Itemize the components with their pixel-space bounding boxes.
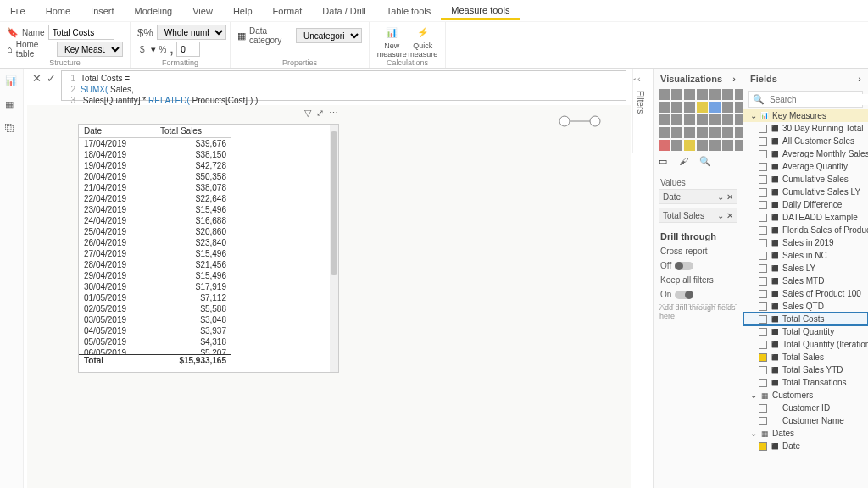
checkbox[interactable] [759, 404, 767, 413]
field-sales-in-2019[interactable]: Sales in 2019 [743, 236, 868, 249]
table-row[interactable]: 03/05/2019$3,048 [79, 314, 231, 325]
table-row[interactable]: 06/05/2019$5,207 [79, 347, 231, 354]
model-view-icon[interactable]: ⿻ [5, 123, 19, 136]
report-canvas[interactable]: ▽ ⤢ ⋯ Date Total Sales 17/04/2019$39,676… [27, 105, 631, 488]
menu-view[interactable]: View [182, 2, 223, 20]
decimals-input[interactable] [176, 42, 200, 57]
table-row[interactable]: 25/04/2019$20,860 [79, 226, 231, 237]
drill-drop-zone[interactable]: Add drill-through fields here [659, 304, 737, 319]
checkbox[interactable] [759, 315, 767, 324]
table-row[interactable]: 30/04/2019$17,919 [79, 281, 231, 292]
well-total-sales[interactable]: Total Sales⌄ ✕ [659, 208, 737, 223]
viz-type-icon[interactable] [697, 114, 708, 125]
checkbox[interactable] [759, 125, 767, 133]
home-table-select[interactable]: Key Measures [57, 42, 123, 57]
viz-type-icon[interactable] [722, 89, 733, 100]
viz-type-icon[interactable] [709, 127, 721, 138]
menu-format[interactable]: Format [263, 2, 313, 20]
table-row[interactable]: 18/04/2019$38,150 [79, 149, 231, 160]
field-dateadd-example[interactable]: DATEADD Example [743, 211, 868, 224]
checkbox[interactable] [759, 201, 767, 209]
checkbox[interactable] [759, 252, 767, 260]
field-total-quantity[interactable]: Total Quantity [743, 325, 868, 338]
table-row[interactable]: 29/04/2019$15,496 [79, 270, 231, 281]
chevron-right-icon[interactable]: › [858, 74, 861, 84]
checkbox[interactable] [759, 277, 767, 286]
checkbox[interactable] [759, 353, 767, 362]
checkbox[interactable] [759, 239, 767, 247]
viz-type-icon[interactable] [659, 89, 670, 100]
viz-type-icon[interactable] [697, 127, 708, 138]
viz-type-icon[interactable] [684, 140, 695, 151]
field-group-dates[interactable]: ⌄Dates [743, 427, 868, 440]
menu-measure-tools[interactable]: Measure tools [441, 1, 520, 20]
percent-btn[interactable]: % [159, 45, 167, 54]
checkbox[interactable] [759, 214, 767, 222]
table-row[interactable]: 01/05/2019$7,112 [79, 292, 231, 303]
checkbox[interactable] [759, 302, 767, 311]
field-sales-in-nc[interactable]: Sales in NC [743, 249, 868, 262]
field-average-monthly-sales[interactable]: Average Monthly Sales [743, 147, 868, 160]
viz-type-icon[interactable] [684, 89, 695, 100]
focus-mode-icon[interactable]: ⤢ [316, 108, 324, 119]
menu-modeling[interactable]: Modeling [125, 2, 183, 20]
filter-icon[interactable]: ▽ [304, 108, 311, 119]
fields-search[interactable]: 🔍 [748, 91, 863, 108]
checkbox[interactable] [759, 328, 767, 336]
viz-type-icon[interactable] [722, 114, 733, 125]
checkbox[interactable] [759, 226, 767, 235]
checkbox[interactable] [759, 264, 767, 273]
field-sales-of-product-100[interactable]: Sales of Product 100 [743, 287, 868, 300]
table-row[interactable]: 19/04/2019$42,728 [79, 160, 231, 171]
viz-type-icon[interactable] [684, 127, 695, 138]
checkbox[interactable] [759, 137, 767, 146]
report-view-icon[interactable]: 📊 [5, 75, 19, 89]
table-row[interactable]: 20/04/2019$50,358 [79, 171, 231, 182]
commit-formula-icon[interactable]: ✓ [47, 72, 56, 99]
field-daily-difference[interactable]: Daily Difference [743, 198, 868, 211]
field-total-transations[interactable]: Total Transations [743, 376, 868, 389]
viz-type-icon[interactable] [659, 102, 670, 113]
field-date[interactable]: Date [743, 440, 868, 452]
keep-filters-toggle[interactable]: On [654, 288, 743, 301]
viz-type-icon[interactable] [671, 89, 682, 100]
format-select[interactable]: Whole number [157, 25, 226, 40]
format-tab-icon[interactable]: 🖌 [679, 156, 693, 169]
comma-btn[interactable]: , [170, 42, 173, 56]
field-cumulative-sales-ly[interactable]: Cumulative Sales LY [743, 186, 868, 198]
viz-type-icon[interactable] [722, 140, 733, 151]
table-row[interactable]: 23/04/2019$15,496 [79, 204, 231, 215]
viz-type-icon[interactable] [659, 114, 670, 125]
checkbox[interactable] [759, 150, 767, 158]
viz-type-icon[interactable] [709, 102, 721, 113]
measure-name-input[interactable] [48, 25, 114, 40]
more-options-icon[interactable]: ⋯ [329, 108, 338, 119]
viz-type-icon[interactable] [722, 127, 733, 138]
checkbox[interactable] [759, 379, 767, 387]
table-row[interactable]: 26/04/2019$23,840 [79, 237, 231, 248]
checkbox[interactable] [759, 188, 767, 197]
viz-type-icon[interactable] [684, 114, 695, 125]
table-row[interactable]: 04/05/2019$3,937 [79, 325, 231, 336]
data-category-select[interactable]: Uncategorized [296, 28, 362, 43]
table-row[interactable]: 27/04/2019$15,496 [79, 248, 231, 259]
menu-file[interactable]: File [0, 2, 36, 20]
chevron-right-icon[interactable]: › [732, 74, 736, 84]
field-total-quantity-iteration-[interactable]: Total Quantity (Iteration) [743, 338, 868, 351]
viz-type-icon[interactable] [697, 102, 708, 113]
table-row[interactable]: 17/04/2019$39,676 [79, 138, 231, 149]
slicer-visual[interactable] [554, 114, 605, 129]
field-30-day-running-total[interactable]: 30 Day Running Total [743, 122, 868, 135]
well-date[interactable]: Date⌄ ✕ [659, 189, 737, 204]
field-total-sales-ytd[interactable]: Total Sales YTD [743, 363, 868, 376]
field-total-costs[interactable]: Total Costs [743, 313, 868, 325]
menu-home[interactable]: Home [36, 2, 81, 20]
table-row[interactable]: 28/04/2019$21,456 [79, 259, 231, 270]
viz-type-icon[interactable] [697, 89, 708, 100]
field-total-sales[interactable]: Total Sales [743, 351, 868, 363]
checkbox[interactable] [759, 290, 767, 298]
field-customer-name[interactable]: Customer Name [743, 414, 868, 427]
viz-type-icon[interactable] [697, 140, 708, 151]
filters-pane-collapsed[interactable]: ‹ Filters [632, 69, 651, 153]
checkbox[interactable] [759, 442, 767, 451]
